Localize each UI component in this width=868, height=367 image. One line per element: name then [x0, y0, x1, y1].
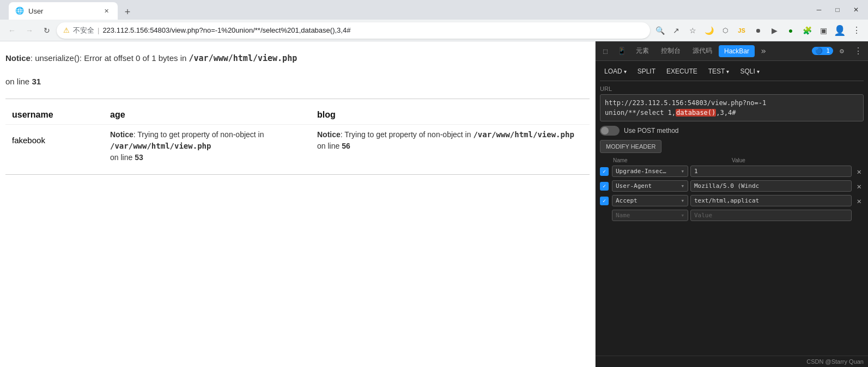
age-notice-text: : Trying to get property of non-object i… — [133, 130, 264, 139]
notice-text: : unserialize(): Error at offset 0 of 1 … — [31, 53, 189, 63]
header-1-close-button[interactable]: ✕ — [855, 167, 864, 176]
header-4-fields: Name ▾ Value — [612, 210, 852, 221]
header-4-name-input[interactable]: Name ▾ — [612, 210, 688, 221]
play-icon[interactable]: ▶ — [767, 23, 782, 38]
col-labels-row: Name Value — [600, 157, 864, 164]
header-section: Name Value ✓ Upgrade-Insec… ▾ 1 ✕ — [600, 157, 864, 221]
menu-icon[interactable]: ⋮ — [848, 23, 864, 38]
divider-bottom — [5, 174, 590, 175]
toolbar-icons: 🔍 ↗ ☆ 🌙 ⬡ JS ⏺ ▶ ● 🧩 ▣ 👤 ⋮ — [652, 23, 864, 38]
hackbar-area: LOAD SPLIT EXECUTE TEST SQLI URL http://… — [596, 61, 868, 356]
back-button[interactable]: ← — [4, 23, 20, 38]
table-row: fakebook Notice: Trying to get property … — [5, 125, 590, 168]
blog-notice: Notice: Trying to get property of non-ob… — [317, 129, 583, 152]
new-tab-button[interactable]: + — [120, 4, 135, 20]
header-3-value-input[interactable]: text/html,applicat — [690, 195, 852, 206]
header-4-value-input[interactable]: Value — [690, 210, 852, 221]
close-button[interactable]: ✕ — [848, 2, 864, 17]
header-1-checkbox[interactable]: ✓ — [600, 167, 609, 176]
execute-button[interactable]: EXECUTE — [662, 65, 702, 77]
webpage-content: Notice: unserialize(): Error at offset 0… — [0, 41, 596, 367]
search-icon[interactable]: 🔍 — [652, 23, 667, 38]
tab-elements[interactable]: 元素 — [630, 44, 654, 58]
url-highlight: database() — [676, 109, 716, 117]
tab-sources[interactable]: 源代码 — [687, 44, 718, 58]
bookmark-icon[interactable]: ☆ — [685, 23, 700, 38]
devtools-more-icon[interactable]: ⋮ — [851, 46, 866, 56]
header-2-value-input[interactable]: Mozilla/5.0 (Windc — [690, 180, 852, 192]
header-1-name-input[interactable]: Upgrade-Insec… ▾ — [612, 166, 688, 177]
forward-button[interactable]: → — [22, 23, 37, 38]
tab-close-button[interactable]: ✕ — [101, 6, 111, 16]
post-method-toggle[interactable] — [600, 126, 620, 136]
header-3-close-button[interactable]: ✕ — [855, 197, 864, 205]
cell-blog: Notice: Trying to get property of non-ob… — [311, 125, 590, 168]
minimize-button[interactable]: ─ — [811, 2, 827, 17]
url-section: URL http://223.112.5.156:54803/view.php?… — [600, 85, 864, 121]
header-row-3: ✓ Accept ▾ text/html,applicat ✕ — [600, 195, 864, 206]
share-icon[interactable]: ↗ — [669, 23, 684, 38]
split-screen-icon[interactable]: ▣ — [816, 23, 831, 38]
js-icon[interactable]: JS — [734, 23, 749, 38]
devtools-device-icon[interactable]: 📱 — [614, 44, 629, 59]
sqli-button[interactable]: SQLI — [736, 65, 763, 77]
age-notice-keyword: Notice — [110, 130, 133, 139]
tab-favicon: 🌐 — [15, 7, 24, 15]
url-text-part3: ,3,4# — [716, 109, 736, 117]
post-method-toggle-row: Use POST method — [600, 126, 864, 136]
header-3-fields: Accept ▾ text/html,applicat — [612, 195, 852, 206]
blog-notice-text: : Trying to get property of non-object i… — [341, 130, 474, 139]
header-row-2: ✓ User-Agent ▾ Mozilla/5.0 (Windc ✕ — [600, 180, 864, 192]
window-controls: ─ □ ✕ — [811, 2, 864, 17]
recorder-icon[interactable]: ⏺ — [750, 23, 766, 38]
table-header-row: username age blog — [5, 106, 590, 125]
header-2-checkbox[interactable]: ✓ — [600, 182, 609, 191]
header-3-checkbox[interactable]: ✓ — [600, 197, 609, 205]
header-1-fields: Upgrade-Insec… ▾ 1 — [612, 166, 852, 177]
devtools-inspect-icon[interactable]: ⬚ — [598, 44, 613, 59]
age-notice-path: /var/www/html/view.php — [110, 142, 211, 150]
security-label: 不安全 — [73, 26, 94, 35]
url-input[interactable]: http://223.112.5.156:54803/view.php?no=-… — [600, 94, 864, 121]
green-dot-icon[interactable]: ● — [783, 23, 798, 38]
test-button[interactable]: TEST — [704, 65, 734, 77]
load-button[interactable]: LOAD — [600, 65, 631, 77]
csdn-watermark: CSDN @Starry Quan — [596, 356, 868, 367]
puzzle-icon[interactable]: 🧩 — [799, 23, 815, 38]
modify-header-button[interactable]: MODIFY HEADER — [600, 140, 661, 153]
extension-icon[interactable]: ⬡ — [718, 23, 733, 38]
address-bar[interactable]: ⚠ 不安全 | 223.112.5.156:54803/view.php?no=… — [57, 22, 650, 39]
main-area: Notice: unserialize(): Error at offset 0… — [0, 41, 868, 367]
header-row-4: Name ▾ Value ✕ — [600, 210, 864, 221]
split-button[interactable]: SPLIT — [633, 65, 660, 77]
header-1-value-input[interactable]: 1 — [690, 166, 852, 177]
blog-linenum: 56 — [342, 142, 350, 150]
age-notice: Notice: Trying to get property of non-ob… — [110, 129, 304, 163]
reload-button[interactable]: ↻ — [39, 23, 54, 38]
header-3-name-input[interactable]: Accept ▾ — [612, 195, 688, 206]
hackbar-toolbar: LOAD SPLIT EXECUTE TEST SQLI — [600, 65, 864, 81]
header-2-name-input[interactable]: User-Agent ▾ — [612, 180, 688, 192]
col-age: age — [104, 106, 311, 125]
maximize-button[interactable]: □ — [830, 2, 845, 17]
more-tabs-icon[interactable]: » — [756, 44, 771, 59]
header-4-close-button: ✕ — [855, 211, 864, 220]
moon-icon[interactable]: 🌙 — [701, 23, 717, 38]
active-tab[interactable]: 🌐 User ✕ — [9, 2, 118, 20]
blog-notice-path: /var/www/html/view.php — [473, 130, 574, 139]
tab-title: User — [28, 7, 43, 15]
notice-path: /var/www/html/view.php — [189, 53, 298, 63]
devtools-settings-icon[interactable]: ⚙ — [834, 44, 849, 59]
age-on-line: on line — [110, 153, 135, 162]
header-2-fields: User-Agent ▾ Mozilla/5.0 (Windc — [612, 180, 852, 192]
header-2-close-button[interactable]: ✕ — [855, 182, 864, 191]
tab-console[interactable]: 控制台 — [655, 44, 686, 58]
address-bar-row: ← → ↻ ⚠ 不安全 | 223.112.5.156:54803/view.p… — [0, 20, 868, 41]
data-table: username age blog fakebook Notice: Tryin… — [5, 106, 590, 168]
line-number: 31 — [32, 77, 41, 86]
devtools-tabs: ⬚ 📱 元素 控制台 源代码 HackBar » 🔵 1 ⚙ ⋮ — [596, 41, 868, 61]
toggle-knob — [601, 127, 609, 134]
col-username: username — [5, 106, 104, 125]
profile-icon[interactable]: 👤 — [832, 23, 847, 38]
tab-hackbar[interactable]: HackBar — [719, 45, 755, 57]
